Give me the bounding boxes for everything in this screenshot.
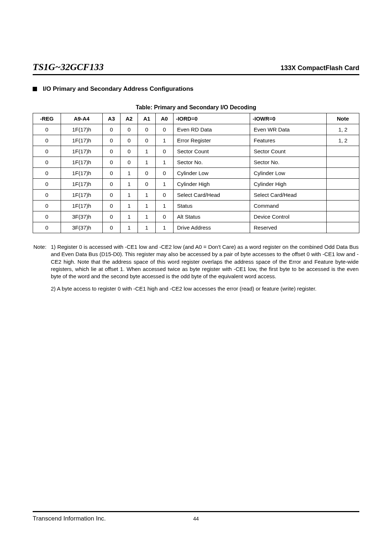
table-cell: 0 <box>103 222 121 233</box>
table-cell <box>327 157 359 168</box>
table-cell: Reserved <box>250 222 327 233</box>
table-cell: Cylinder High <box>250 179 327 190</box>
table-cell: 0 <box>33 135 61 146</box>
table-cell: Sector Count <box>250 146 327 157</box>
table-cell: 0 <box>138 179 156 190</box>
table-row: 01F(17)h0100Cylinder LowCylinder Low <box>33 168 359 179</box>
table-cell: Select Card/Head <box>250 190 327 200</box>
table-row: 01F(17)h0010Sector CountSector Count <box>33 146 359 157</box>
table-cell: 0 <box>33 211 61 222</box>
table-cell: Drive Address <box>173 222 250 233</box>
col-header-iowr: -IOWR=0 <box>250 113 327 124</box>
table-row: 01F(17)h0110Select Card/HeadSelect Card/… <box>33 190 359 200</box>
table-cell: 0 <box>33 146 61 157</box>
table-cell: 1F(17)h <box>61 190 102 200</box>
table-cell: 0 <box>33 157 61 168</box>
table-row: 03F(37)h0110Alt StatusDevice Control <box>33 211 359 222</box>
table-cell: 0 <box>33 190 61 200</box>
col-header-a0: A0 <box>156 113 173 124</box>
table-cell: 1F(17)h <box>61 124 102 135</box>
table-cell: Cylinder Low <box>173 168 250 179</box>
table-cell: 1 <box>120 168 138 179</box>
table-cell: 0 <box>103 135 121 146</box>
table-cell <box>327 211 359 222</box>
table-cell: 0 <box>156 190 173 200</box>
table-cell: Cylinder High <box>173 179 250 190</box>
table-cell: 0 <box>33 179 61 190</box>
table-cell: 0 <box>33 168 61 179</box>
table-cell: 0 <box>138 168 156 179</box>
note-label: Note: <box>33 243 51 280</box>
table-cell: 0 <box>103 179 121 190</box>
footer-page-number: 44 <box>193 516 199 522</box>
table-cell: 1 <box>120 200 138 211</box>
table-cell: 1 <box>138 157 156 168</box>
product-title: TS1G~32GCF133 <box>33 62 103 73</box>
table-cell: 0 <box>103 157 121 168</box>
col-header-a1: A1 <box>138 113 156 124</box>
table-cell: 1F(17)h <box>61 157 102 168</box>
table-cell: 1 <box>138 200 156 211</box>
page-footer: Transcend Information Inc. 44 <box>33 511 359 522</box>
table-cell: 1 <box>138 190 156 200</box>
table-cell: 1 <box>156 222 173 233</box>
table-cell: 3F(37)h <box>61 211 102 222</box>
table-cell <box>327 179 359 190</box>
table-cell: 0 <box>138 124 156 135</box>
table-row: 01F(17)h0011Sector No.Sector No. <box>33 157 359 168</box>
table-cell <box>327 222 359 233</box>
section-title-row: I/O Primary and Secondary Address Config… <box>33 85 359 93</box>
table-cell: 1, 2 <box>327 124 359 135</box>
table-row: 01F(17)h0101Cylinder HighCylinder High <box>33 179 359 190</box>
table-cell: 1 <box>120 190 138 200</box>
table-cell: 3F(37)h <box>61 222 102 233</box>
table-cell: 1 <box>120 179 138 190</box>
table-cell: Even RD Data <box>173 124 250 135</box>
table-cell: 0 <box>120 124 138 135</box>
col-header-reg: -REG <box>33 113 61 124</box>
table-cell: 0 <box>103 146 121 157</box>
table-cell: 0 <box>103 168 121 179</box>
note-1-text: 1) Register 0 is accessed with -CE1 low … <box>51 243 359 280</box>
table-cell: Sector No. <box>173 157 250 168</box>
table-cell: Sector Count <box>173 146 250 157</box>
table-cell: Even WR Data <box>250 124 327 135</box>
table-cell: Select Card/Head <box>173 190 250 200</box>
table-cell: 0 <box>103 211 121 222</box>
section-title: I/O Primary and Secondary Address Config… <box>43 85 193 93</box>
table-cell: Command <box>250 200 327 211</box>
table-cell: 0 <box>33 124 61 135</box>
table-cell: 1 <box>156 179 173 190</box>
note-1-row: Note: 1) Register 0 is accessed with -CE… <box>33 243 359 280</box>
table-cell: 0 <box>103 190 121 200</box>
table-cell: Features <box>250 135 327 146</box>
table-cell: 0 <box>103 124 121 135</box>
col-header-iord: -IORD=0 <box>173 113 250 124</box>
table-cell: 0 <box>156 124 173 135</box>
table-cell: 1 <box>156 157 173 168</box>
table-cell: 0 <box>120 146 138 157</box>
table-cell <box>327 146 359 157</box>
table-cell: 1 <box>138 146 156 157</box>
table-row: 01F(17)h0111StatusCommand <box>33 200 359 211</box>
table-cell: Device Control <box>250 211 327 222</box>
table-cell: 1F(17)h <box>61 168 102 179</box>
table-cell: 0 <box>33 200 61 211</box>
table-cell: 1 <box>156 200 173 211</box>
table-cell: 1 <box>138 211 156 222</box>
table-row: 03F(37)h0111Drive AddressReserved <box>33 222 359 233</box>
table-cell: 1, 2 <box>327 135 359 146</box>
table-cell: 1 <box>156 135 173 146</box>
table-cell: 1 <box>120 222 138 233</box>
square-bullet-icon <box>33 87 37 91</box>
table-row: 01F(17)h0001Error RegisterFeatures1, 2 <box>33 135 359 146</box>
table-cell: 0 <box>33 222 61 233</box>
table-cell: 0 <box>156 211 173 222</box>
table-cell: 0 <box>138 135 156 146</box>
table-cell: 1 <box>120 211 138 222</box>
table-cell: 0 <box>120 135 138 146</box>
table-row: 01F(17)h0000Even RD DataEven WR Data1, 2 <box>33 124 359 135</box>
table-title: Table: Primary and Secondary I/O Decodin… <box>33 104 359 111</box>
table-cell: 1F(17)h <box>61 179 102 190</box>
table-cell: 1F(17)h <box>61 146 102 157</box>
